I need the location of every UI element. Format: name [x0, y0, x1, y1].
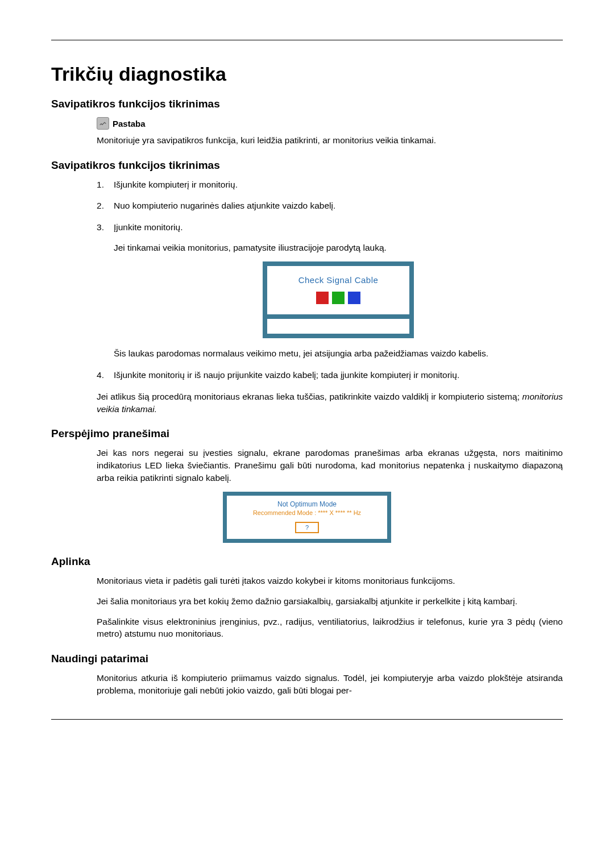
- note-row: Pastaba: [97, 117, 563, 130]
- page-title: Trikčių diagnostika: [51, 63, 563, 85]
- csc-color-squares: [267, 292, 409, 304]
- nom-title: Not Optimum Mode: [230, 500, 384, 508]
- figure-not-optimum-mode: Not Optimum Mode Recommended Mode : ****…: [51, 492, 563, 543]
- csc-title: Check Signal Cable: [267, 274, 409, 286]
- tips-p1: Monitorius atkuria iš kompiuterio priima…: [97, 672, 563, 696]
- section-heading-selftest-intro: Savipatikros funkcijos tikrinimas: [51, 98, 563, 110]
- bottom-rule: [51, 719, 563, 720]
- step-text: Įjunkite monitorių.: [114, 222, 182, 232]
- csc-panel: Check Signal Cable: [267, 266, 409, 314]
- document-page: Trikčių diagnostika Savipatikros funkcij…: [0, 0, 614, 868]
- nom-help-button: ?: [295, 522, 319, 533]
- env-p2: Jei šalia monitoriaus yra bet kokių žemo…: [97, 595, 563, 608]
- csc-frame: Check Signal Cable: [263, 261, 414, 338]
- note-icon: [97, 117, 109, 130]
- step-list: Išjunkite kompiuterį ir monitorių. Nuo k…: [97, 178, 563, 381]
- note-text: Monitoriuje yra savipatikros funkcija, k…: [97, 134, 563, 147]
- nom-subtitle: Recommended Mode : **** X **** ** Hz: [230, 509, 384, 516]
- blue-square-icon: [348, 292, 360, 304]
- step-text: Nuo kompiuterio nugarinės dalies atjunki…: [114, 201, 335, 210]
- after-text-plain: Jei atlikus šią procedūrą monitoriaus ek…: [97, 392, 522, 401]
- after-procedure-text: Jei atlikus šią procedūrą monitoriaus ek…: [97, 391, 563, 415]
- step-text: Išjunkite kompiuterį ir monitorių.: [114, 180, 238, 189]
- step-aftertext: Šis laukas parodomas normalaus veikimo m…: [114, 347, 563, 360]
- section-heading-environment: Aplinka: [51, 555, 563, 568]
- warnings-text: Jei kas nors negerai su įvesties signalu…: [97, 447, 563, 484]
- section-heading-selftest-steps: Savipatikros funkcijos tikrinimas: [51, 159, 563, 172]
- note-label: Pastaba: [113, 119, 146, 128]
- csc-bottom-bar: [267, 319, 409, 334]
- green-square-icon: [332, 292, 345, 304]
- env-p1: Monitoriaus vieta ir padėtis gali turėti…: [97, 575, 563, 587]
- step-item: Įjunkite monitorių. Jei tinkamai veikia …: [97, 221, 563, 360]
- section-heading-warnings: Perspėjimo pranešimai: [51, 427, 563, 440]
- red-square-icon: [316, 292, 329, 304]
- step-text: Išjunkite monitorių ir iš naujo prijunki…: [114, 370, 459, 380]
- figure-check-signal-cable: Check Signal Cable: [114, 261, 563, 338]
- section-heading-tips: Naudingi patarimai: [51, 653, 563, 665]
- env-p3: Pašalinkite visus elektroninius įrengini…: [97, 616, 563, 640]
- step-subtext: Jei tinkamai veikia monitorius, pamatysi…: [114, 242, 563, 254]
- nom-panel: Not Optimum Mode Recommended Mode : ****…: [227, 496, 387, 539]
- top-rule: [51, 40, 563, 40]
- nom-frame: Not Optimum Mode Recommended Mode : ****…: [223, 492, 391, 543]
- step-item: Išjunkite kompiuterį ir monitorių.: [97, 178, 563, 191]
- step-item: Nuo kompiuterio nugarinės dalies atjunki…: [97, 200, 563, 212]
- step-item: Išjunkite monitorių ir iš naujo prijunki…: [97, 369, 563, 381]
